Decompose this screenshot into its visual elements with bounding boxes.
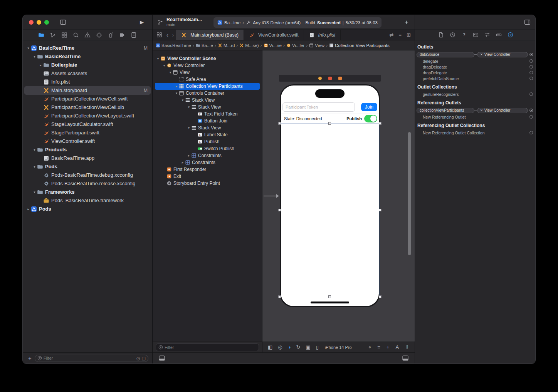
file-row[interactable]: Info.plist bbox=[24, 78, 151, 86]
join-button[interactable]: Join bbox=[361, 103, 377, 111]
disconnect-icon[interactable]: ✕ bbox=[480, 53, 483, 56]
connection-well[interactable] bbox=[529, 71, 533, 74]
minimize-window-button[interactable] bbox=[37, 20, 41, 25]
disclosure-collapsed-icon[interactable]: ▸ bbox=[187, 152, 191, 159]
file-row[interactable]: ParticipantCollectionViewCell.swift bbox=[24, 95, 151, 103]
attributes-inspector-icon[interactable] bbox=[484, 32, 490, 38]
connection-row[interactable]: collectionViewParticipants✕View Controll… bbox=[417, 107, 534, 114]
navigator-filter-field[interactable]: ◷ ▢ bbox=[35, 355, 148, 362]
resize-handle[interactable] bbox=[379, 209, 382, 211]
outlet-name-pill[interactable]: dataSource bbox=[417, 52, 474, 57]
canvas-outline-toggle-icon[interactable]: ◧ bbox=[268, 345, 272, 350]
storyboard-canvas[interactable]: Join State: Disconnected Publish bbox=[262, 50, 415, 342]
back-button[interactable]: ‹ bbox=[165, 32, 170, 38]
connection-well-filled[interactable] bbox=[529, 109, 533, 112]
disclosure-collapsed-icon[interactable]: ▸ bbox=[26, 205, 31, 213]
run-button[interactable]: ▶ bbox=[140, 19, 144, 25]
outline-row[interactable]: First Responder bbox=[155, 166, 260, 173]
resize-handle[interactable] bbox=[278, 209, 281, 211]
outline-row[interactable]: Storyboard Entry Point bbox=[155, 180, 260, 187]
file-inspector-icon[interactable] bbox=[438, 32, 444, 38]
file-row[interactable]: ▾Pods bbox=[24, 162, 151, 171]
connection-row[interactable]: gestureRecognizers bbox=[417, 91, 534, 97]
connection-row[interactable]: dragDelegate bbox=[417, 64, 534, 70]
zoom-selection-icon[interactable]: ⌖ bbox=[368, 345, 371, 350]
jumpbar-item[interactable]: Ba...e bbox=[196, 43, 213, 48]
jumpbar-item[interactable]: View bbox=[309, 43, 324, 48]
file-row[interactable]: ParticipantCollectionViewLayout.swift bbox=[24, 112, 151, 120]
resize-handle[interactable] bbox=[379, 122, 382, 125]
file-row[interactable]: BasicRealTime.app bbox=[24, 154, 151, 162]
source-control-filter-icon[interactable]: ▢ bbox=[142, 356, 146, 360]
identity-inspector-icon[interactable] bbox=[473, 32, 479, 38]
disclosure-collapsed-icon[interactable]: ▸ bbox=[180, 159, 185, 166]
resize-handle[interactable] bbox=[278, 122, 281, 125]
outline-row[interactable]: ▾View Controller bbox=[155, 62, 260, 69]
file-row[interactable]: ▾Frameworks bbox=[24, 188, 151, 196]
resize-handle[interactable] bbox=[379, 295, 382, 298]
size-inspector-icon[interactable] bbox=[496, 32, 502, 38]
inspector-toggle-icon[interactable] bbox=[524, 19, 531, 25]
file-row[interactable]: ViewController.swift bbox=[24, 137, 151, 146]
test-navigator-icon[interactable] bbox=[96, 32, 102, 38]
jumpbar-item[interactable]: Vi...ler bbox=[286, 43, 304, 48]
file-row[interactable]: ▾BasicRealTimeM bbox=[24, 44, 151, 52]
connection-well[interactable] bbox=[529, 131, 533, 134]
navigator-toggle-icon[interactable] bbox=[60, 19, 66, 25]
disclosure-expanded-icon[interactable]: ▾ bbox=[156, 55, 160, 62]
outline-row[interactable]: ▾Controls Container bbox=[155, 90, 260, 97]
editor-mode-grid-icon[interactable] bbox=[156, 32, 162, 38]
outline-row[interactable]: BButton Join bbox=[155, 117, 260, 124]
resize-handle[interactable] bbox=[278, 295, 281, 298]
editor-tab[interactable]: Main.storyboard (Base) bbox=[176, 30, 244, 40]
recent-files-icon[interactable]: ◷ bbox=[136, 356, 140, 360]
file-row[interactable]: StageLayoutCalculator.swift bbox=[24, 120, 151, 129]
outline-row[interactable]: ▾View bbox=[155, 69, 260, 76]
resize-handle[interactable] bbox=[328, 295, 331, 298]
outline-row[interactable]: LPublish bbox=[155, 138, 260, 145]
connection-row[interactable]: New Referencing Outlet Collection bbox=[417, 130, 534, 136]
forward-button[interactable]: › bbox=[170, 32, 176, 38]
quick-help-inspector-icon[interactable]: ? bbox=[461, 32, 467, 38]
connection-row[interactable]: delegate bbox=[417, 58, 534, 64]
file-row[interactable]: Pods_BasicRealTime.framework bbox=[24, 196, 151, 205]
outline-row[interactable]: ▾Stack View bbox=[155, 124, 260, 131]
disclosure-expanded-icon[interactable]: ▾ bbox=[32, 52, 37, 61]
windows-icon[interactable]: ▣ bbox=[306, 345, 310, 350]
outline-filter-field[interactable] bbox=[156, 343, 259, 351]
add-editor-icon[interactable]: ⊞ bbox=[407, 32, 411, 37]
connection-target-pill[interactable]: ✕View Controller bbox=[477, 108, 528, 113]
color-scheme-icon[interactable]: ◑ bbox=[288, 345, 291, 350]
outline-row[interactable]: ▾View Controller Scene bbox=[155, 55, 260, 62]
canvas-bottom-toggle-icon[interactable] bbox=[402, 355, 408, 361]
disclosure-expanded-icon[interactable]: ▾ bbox=[32, 146, 37, 154]
file-row[interactable]: ▸Boilerplate bbox=[24, 61, 151, 69]
debug-navigator-icon[interactable] bbox=[108, 32, 114, 38]
editor-tab[interactable]: Info.plist bbox=[304, 30, 341, 40]
connection-well[interactable] bbox=[529, 65, 533, 69]
code-review-icon[interactable]: ⇄ bbox=[390, 32, 394, 37]
breakpoint-navigator-icon[interactable] bbox=[119, 32, 125, 38]
issue-navigator-icon[interactable] bbox=[84, 32, 91, 38]
outline-row[interactable]: LLabel State bbox=[155, 131, 260, 138]
file-row[interactable]: Pods-BasicRealTime.release.xcconfig bbox=[24, 179, 151, 188]
file-row[interactable]: StageParticipant.swift bbox=[24, 129, 151, 137]
file-row[interactable]: Pods-BasicRealTime.debug.xcconfig bbox=[24, 171, 151, 179]
outline-row[interactable]: Switch Publish bbox=[155, 145, 260, 152]
symbol-navigator-icon[interactable] bbox=[61, 32, 67, 38]
close-window-button[interactable] bbox=[29, 20, 34, 25]
resize-handle[interactable] bbox=[328, 122, 331, 125]
connection-well[interactable] bbox=[529, 92, 533, 96]
outline-row[interactable]: Exit bbox=[155, 173, 260, 180]
connection-well-filled[interactable] bbox=[529, 53, 533, 56]
scheme-name[interactable]: Ba...ime bbox=[224, 20, 240, 25]
outline-row[interactable]: ▸Collection View Participants bbox=[155, 83, 260, 90]
history-inspector-icon[interactable] bbox=[450, 32, 455, 38]
jumpbar-item[interactable]: Vi...ne bbox=[264, 43, 282, 48]
connection-well[interactable] bbox=[529, 77, 533, 80]
find-navigator-icon[interactable] bbox=[73, 32, 79, 38]
outline-row[interactable]: ▸Constraints bbox=[155, 152, 260, 159]
connection-well[interactable] bbox=[529, 115, 533, 119]
project-navigator-icon[interactable] bbox=[38, 32, 44, 38]
file-row[interactable]: Assets.xcassets bbox=[24, 69, 151, 78]
